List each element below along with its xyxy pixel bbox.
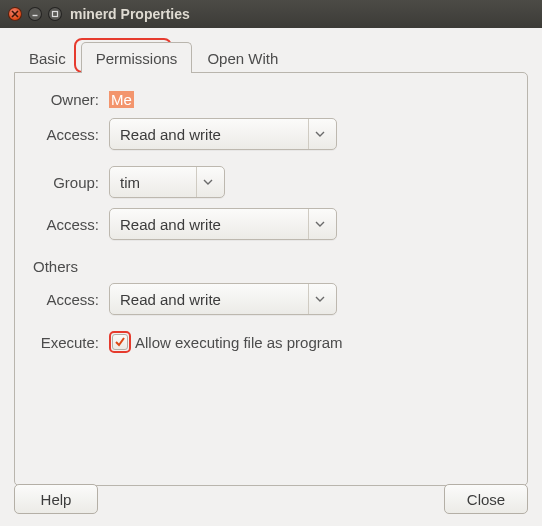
maximize-icon[interactable] [48,7,62,21]
owner-access-label: Access: [33,126,109,143]
tab-permissions[interactable]: Permissions [81,42,193,73]
group-access-select[interactable]: Read and write [109,208,337,240]
group-access-label: Access: [33,216,109,233]
others-access-value: Read and write [120,291,221,308]
others-header: Others [33,258,509,275]
dialog-footer: Help Close [14,484,528,514]
help-button[interactable]: Help [14,484,98,514]
close-button[interactable]: Close [444,484,528,514]
owner-access-value: Read and write [120,126,221,143]
window-controls [8,7,62,21]
permissions-panel: Owner: Me Access: Read and write Group: … [14,72,528,486]
execute-label: Execute: [33,334,109,351]
others-access-select[interactable]: Read and write [109,283,337,315]
window-title: minerd Properties [70,6,190,22]
svg-rect-0 [53,12,58,17]
minimize-icon[interactable] [28,7,42,21]
tab-bar: Basic Permissions Open With [14,42,528,73]
group-access-value: Read and write [120,216,221,233]
owner-label: Owner: [33,91,109,108]
chevron-down-icon [308,119,330,149]
execute-checkbox[interactable] [112,334,128,350]
close-icon[interactable] [8,7,22,21]
tab-basic[interactable]: Basic [14,42,81,73]
owner-value: Me [109,91,134,108]
annotation-highlight [109,331,131,353]
others-access-label: Access: [33,291,109,308]
chevron-down-icon [196,167,218,197]
group-value: tim [120,174,140,191]
chevron-down-icon [308,284,330,314]
owner-access-select[interactable]: Read and write [109,118,337,150]
tab-open-with[interactable]: Open With [192,42,293,73]
group-label: Group: [33,174,109,191]
chevron-down-icon [308,209,330,239]
window-titlebar: minerd Properties [0,0,542,28]
group-select[interactable]: tim [109,166,225,198]
execute-checkbox-label: Allow executing file as program [135,334,343,351]
